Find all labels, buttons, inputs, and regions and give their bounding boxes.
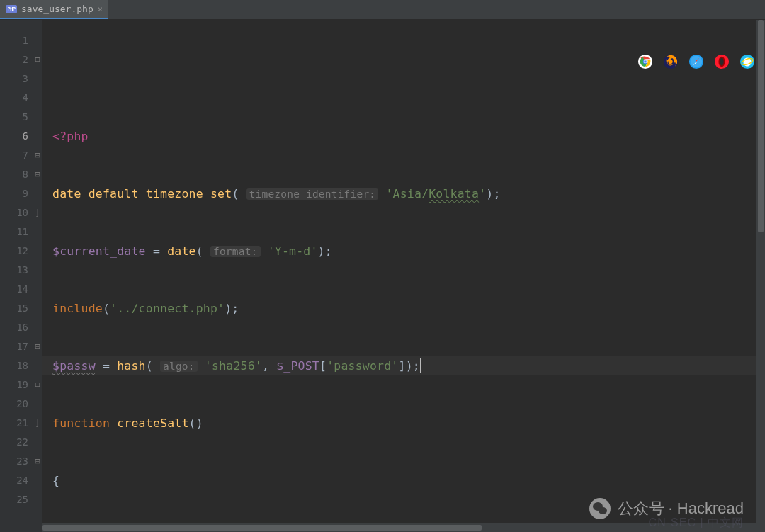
tab-save-user[interactable]: PHP save_user.php × [0, 0, 108, 19]
code-line: date_default_timezone_set( timezone_iden… [52, 184, 765, 203]
text-caret [420, 358, 421, 373]
wechat-icon [589, 498, 611, 519]
scrollbar-thumb[interactable] [758, 20, 764, 232]
fold-gutter: ⊟⊟⊟⌋⊟⊟⌋⊟ [33, 20, 42, 532]
code-line: function createSalt() [52, 414, 765, 433]
parameter-hint: algo: [160, 361, 198, 372]
browser-preview-icons [638, 54, 755, 69]
code-line-active: $passw = hash( algo: 'sha256', $_POST['p… [42, 356, 765, 375]
php-file-icon: PHP [6, 5, 17, 13]
code-line: { [52, 471, 765, 490]
line-number-gutter: 1234567891011121314151617181920212223242… [0, 20, 33, 532]
scrollbar-thumb[interactable] [42, 525, 482, 531]
watermark-sub: CN-SEC | 中文网 [649, 516, 744, 531]
opera-icon[interactable] [714, 54, 730, 69]
code-line: <?php [52, 127, 765, 146]
code-line: include('../connect.php'); [52, 299, 765, 318]
tab-filename: save_user.php [21, 4, 94, 14]
code-editor[interactable]: 1234567891011121314151617181920212223242… [0, 20, 765, 532]
tab-bar: PHP save_user.php × [0, 0, 765, 20]
ie-icon[interactable] [740, 54, 755, 69]
svg-point-9 [720, 58, 724, 66]
code-line [52, 69, 765, 89]
parameter-hint: timezone_identifier: [246, 188, 379, 200]
vertical-scrollbar[interactable] [756, 20, 765, 532]
svg-point-3 [644, 60, 647, 63]
safari-icon[interactable] [688, 54, 704, 69]
chrome-icon[interactable] [638, 54, 653, 69]
firefox-icon[interactable] [663, 54, 679, 69]
code-area[interactable]: <?php date_default_timezone_set( timezon… [42, 20, 765, 532]
parameter-hint: format: [210, 246, 261, 257]
close-icon[interactable]: × [98, 4, 103, 14]
code-line: $current_date = date( format: 'Y-m-d'); [52, 242, 765, 261]
